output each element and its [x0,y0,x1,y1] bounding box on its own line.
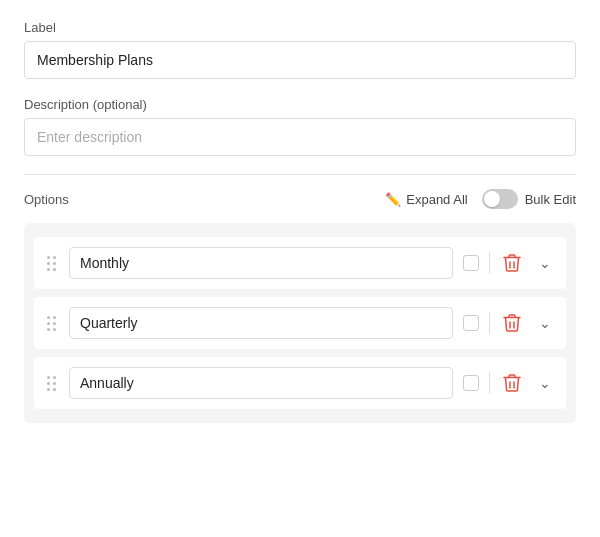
drag-dot [53,322,56,325]
chevron-annually-button[interactable]: ⌄ [534,372,556,394]
drag-dot [53,256,56,259]
delete-quarterly-button[interactable] [500,310,524,336]
drag-dot [47,328,50,331]
drag-dot [53,328,56,331]
bulk-edit-label: Bulk Edit [525,192,576,207]
expand-all-label: Expand All [406,192,467,207]
options-actions: ✏️ Expand All Bulk Edit [385,189,576,209]
drag-dot [53,388,56,391]
option-input-annually[interactable] [69,367,453,399]
drag-dot [47,316,50,319]
drag-dot [47,376,50,379]
options-label: Options [24,192,69,207]
label-field-label: Label [24,20,576,35]
chevron-monthly-button[interactable]: ⌄ [534,252,556,274]
delete-monthly-button[interactable] [500,250,524,276]
option-separator [489,312,490,334]
table-row: ⌄ [34,357,566,409]
option-input-quarterly[interactable] [69,307,453,339]
chevron-quarterly-button[interactable]: ⌄ [534,312,556,334]
label-input[interactable] [24,41,576,79]
description-input[interactable] [24,118,576,156]
option-separator [489,252,490,274]
drag-dot [47,268,50,271]
drag-handle[interactable] [44,374,59,393]
options-header: Options ✏️ Expand All Bulk Edit [24,189,576,209]
table-row: ⌄ [34,237,566,289]
option-input-monthly[interactable] [69,247,453,279]
trash-icon [503,313,521,333]
drag-handle[interactable] [44,314,59,333]
bulk-edit-toggle[interactable] [482,189,518,209]
delete-annually-button[interactable] [500,370,524,396]
description-field-group: Description (optional) [24,97,576,156]
drag-dot [53,382,56,385]
label-field-group: Label [24,20,576,79]
drag-handle[interactable] [44,254,59,273]
trash-icon [503,253,521,273]
trash-icon [503,373,521,393]
expand-icon: ✏️ [385,192,401,207]
drag-dot [53,376,56,379]
drag-dot [53,316,56,319]
drag-dot [47,262,50,265]
table-row: ⌄ [34,297,566,349]
drag-dot [47,256,50,259]
expand-all-button[interactable]: ✏️ Expand All [385,192,467,207]
bulk-edit-group: Bulk Edit [482,189,576,209]
option-checkbox-quarterly[interactable] [463,315,479,331]
option-separator [489,372,490,394]
options-list: ⌄ ⌄ [24,223,576,423]
section-divider [24,174,576,175]
toggle-thumb [484,191,500,207]
drag-dot [53,268,56,271]
drag-dot [53,262,56,265]
drag-dot [47,382,50,385]
drag-dot [47,388,50,391]
description-field-label: Description (optional) [24,97,576,112]
option-checkbox-annually[interactable] [463,375,479,391]
option-checkbox-monthly[interactable] [463,255,479,271]
drag-dot [47,322,50,325]
